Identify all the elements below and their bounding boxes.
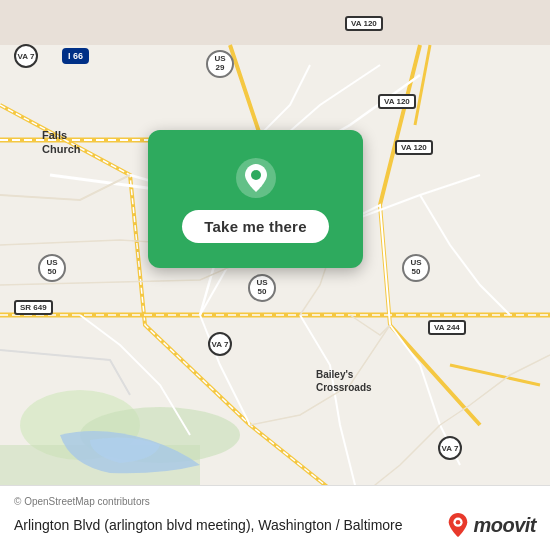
- highway-badge-va120-mid: VA 120: [378, 94, 416, 109]
- highway-badge-us50-right: US50: [402, 254, 430, 282]
- falls-church-label: FallsChurch: [42, 128, 81, 157]
- take-me-there-button[interactable]: Take me there: [182, 210, 328, 243]
- highway-badge-us50-left: US50: [38, 254, 66, 282]
- highway-badge-va120-right: VA 120: [395, 140, 433, 155]
- map-container: I 66 VA 7 US29 VA 120 VA 120 VA 120 US50…: [0, 0, 550, 550]
- highway-badge-va7-br: VA 7: [438, 436, 462, 460]
- highway-badge-va7-left: VA 7: [14, 44, 38, 68]
- copyright-text: © OpenStreetMap contributors: [14, 496, 536, 507]
- bottom-bar: © OpenStreetMap contributors Arlington B…: [0, 485, 550, 550]
- svg-point-5: [251, 170, 261, 180]
- highway-badge-i66: I 66: [62, 48, 89, 64]
- location-text: Arlington Blvd (arlington blvd meeting),…: [14, 516, 437, 534]
- highway-badge-va244: VA 244: [428, 320, 466, 335]
- map-svg: [0, 0, 550, 550]
- svg-point-7: [456, 520, 461, 525]
- highway-badge-sr649: SR 649: [14, 300, 53, 315]
- location-pin-icon: [234, 156, 278, 200]
- moovit-brand-text: moovit: [473, 514, 536, 537]
- moovit-logo: moovit: [447, 512, 536, 538]
- highway-badge-us50-mid: US50: [248, 274, 276, 302]
- popup-card: Take me there: [148, 130, 363, 268]
- highway-badge-va7-bottom: VA 7: [208, 332, 232, 356]
- highway-badge-va120-top: VA 120: [345, 16, 383, 31]
- highway-badge-us29: US29: [206, 50, 234, 78]
- moovit-pin-icon: [447, 512, 469, 538]
- baileys-crossroads-label: Bailey'sCrossroads: [316, 368, 372, 394]
